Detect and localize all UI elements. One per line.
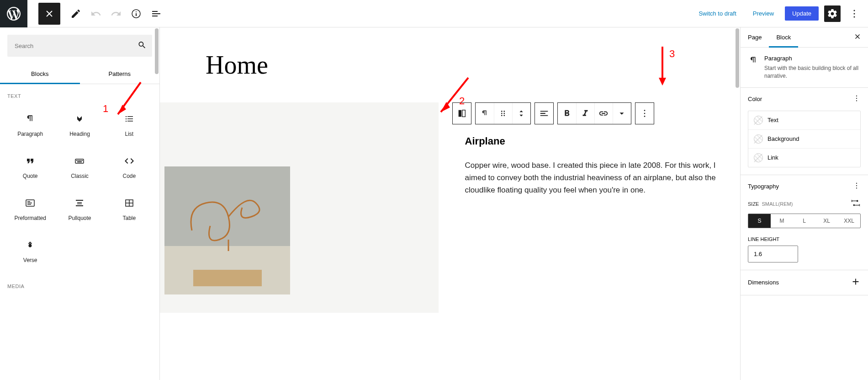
color-swatch-empty-icon — [754, 153, 763, 162]
svg-rect-15 — [27, 204, 31, 205]
editor-canvas[interactable]: Home — [160, 27, 740, 380]
more-formatting-button[interactable] — [613, 103, 631, 124]
drag-handle[interactable] — [494, 103, 512, 124]
block-verse[interactable]: Verse — [7, 232, 53, 271]
svg-rect-5 — [75, 159, 84, 163]
link-button[interactable] — [594, 103, 613, 124]
tab-block[interactable]: Block — [769, 27, 798, 47]
plus-icon[interactable] — [851, 277, 861, 289]
color-link-row[interactable]: Link — [748, 149, 860, 167]
update-button[interactable]: Update — [785, 6, 819, 21]
classic-icon — [74, 155, 85, 166]
size-l[interactable]: L — [793, 214, 815, 228]
tab-blocks[interactable]: Blocks — [0, 64, 80, 84]
tab-page[interactable]: Page — [741, 27, 769, 47]
block-toolbar — [452, 102, 726, 124]
panel-dimensions-header[interactable]: Dimensions — [741, 270, 868, 295]
align-button[interactable] — [535, 103, 553, 124]
block-type-button[interactable] — [476, 103, 494, 124]
block-quote[interactable]: Quote — [7, 148, 53, 187]
panel-color-header[interactable]: Color — [741, 88, 868, 111]
svg-point-29 — [501, 115, 503, 116]
block-info: Paragraph Start with the basic building … — [741, 48, 868, 88]
svg-rect-9 — [80, 160, 81, 161]
block-paragraph-text[interactable]: Copper wire, wood base. I created this p… — [452, 159, 726, 197]
panel-typography-header[interactable]: Typography — [741, 175, 868, 198]
preview-button[interactable]: Preview — [747, 6, 779, 21]
pullquote-icon — [74, 198, 85, 209]
size-s[interactable]: S — [748, 214, 771, 228]
block-preformatted[interactable]: Preformatted — [7, 190, 53, 229]
size-presets: S M L XL XXL — [748, 214, 861, 228]
svg-rect-16 — [76, 200, 83, 201]
outline-button[interactable] — [148, 5, 164, 22]
color-options-icon[interactable] — [852, 94, 861, 104]
settings-button[interactable] — [824, 5, 841, 22]
block-pullquote[interactable]: Pullquote — [57, 190, 102, 229]
block-heading[interactable]: Airplane — [452, 135, 726, 147]
panel-dimensions: Dimensions — [741, 270, 868, 295]
paragraph-icon — [25, 113, 36, 124]
size-xl[interactable]: XL — [815, 214, 838, 228]
svg-point-34 — [856, 95, 857, 96]
tab-patterns[interactable]: Patterns — [80, 64, 160, 84]
inserter-body[interactable]: TEXT Paragraph Heading List Quote Classi… — [0, 84, 159, 380]
category-media: MEDIA — [7, 284, 152, 289]
svg-point-31 — [644, 110, 645, 111]
topbar-right: Switch to draft Preview Update — [693, 5, 868, 22]
inserter-tabs: Blocks Patterns — [0, 64, 159, 84]
color-swatch-empty-icon — [754, 116, 763, 125]
document-info-button[interactable] — [128, 5, 144, 22]
color-text-row[interactable]: Text — [748, 111, 860, 130]
typography-options-icon[interactable] — [852, 182, 861, 192]
svg-point-37 — [856, 182, 857, 183]
block-code[interactable]: Code — [106, 148, 152, 187]
select-parent-button[interactable] — [453, 103, 471, 124]
move-button[interactable] — [512, 103, 530, 124]
svg-point-39 — [856, 187, 857, 188]
svg-point-32 — [644, 113, 645, 114]
block-table[interactable]: Table — [106, 190, 152, 229]
verse-icon — [25, 240, 36, 251]
wordpress-logo[interactable] — [0, 0, 27, 27]
svg-point-1 — [136, 11, 137, 12]
italic-button[interactable] — [576, 103, 594, 124]
block-info-desc: Start with the basic building block of a… — [764, 64, 861, 80]
size-xxl[interactable]: XXL — [838, 214, 860, 228]
svg-rect-17 — [77, 202, 82, 203]
search-icon — [138, 41, 147, 51]
color-swatch-empty-icon — [754, 134, 763, 144]
block-heading[interactable]: Heading — [57, 106, 102, 145]
inserter-scrollbar[interactable] — [154, 27, 159, 380]
paragraph-icon — [748, 55, 759, 80]
svg-rect-23 — [458, 110, 461, 117]
block-list[interactable]: List — [106, 106, 152, 145]
edit-tool-button[interactable] — [68, 5, 84, 22]
redo-button[interactable] — [108, 5, 124, 22]
preformatted-icon — [25, 198, 36, 209]
page-title[interactable]: Home — [160, 27, 740, 102]
color-background-row[interactable]: Background — [748, 130, 860, 149]
undo-button[interactable] — [88, 5, 104, 22]
heading-icon — [74, 113, 85, 124]
close-sidebar-button[interactable] — [847, 29, 868, 46]
more-options-button[interactable] — [846, 5, 863, 22]
block-paragraph[interactable]: Paragraph — [7, 106, 53, 145]
block-options-button[interactable] — [635, 103, 654, 124]
svg-point-35 — [856, 97, 857, 98]
line-height-input[interactable] — [748, 246, 798, 262]
block-classic[interactable]: Classic — [57, 148, 102, 187]
quote-icon — [25, 155, 36, 166]
svg-point-2 — [854, 10, 855, 11]
bold-button[interactable] — [558, 103, 576, 124]
switch-to-draft-button[interactable]: Switch to draft — [693, 6, 741, 21]
search-input[interactable] — [15, 43, 132, 49]
size-m[interactable]: M — [771, 214, 793, 228]
size-settings-icon[interactable] — [851, 198, 861, 210]
panel-color: Color Text Background Link — [741, 88, 868, 175]
svg-point-3 — [854, 13, 855, 14]
close-inserter-button[interactable] — [38, 3, 60, 25]
sculpture-image — [164, 166, 290, 294]
canvas-scrollbar[interactable] — [735, 27, 740, 380]
size-unit: SMALL(REM) — [762, 201, 793, 207]
